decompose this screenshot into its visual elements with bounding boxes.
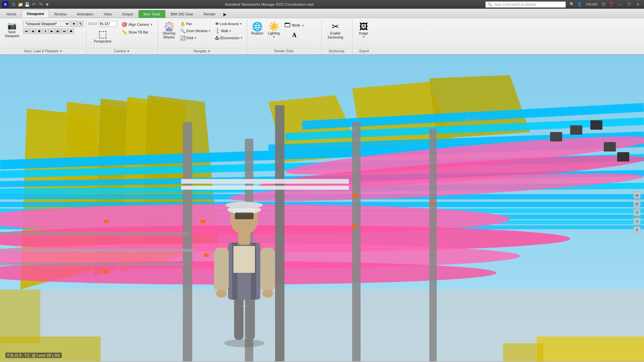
pb-prev[interactable]: ◀ xyxy=(30,28,36,34)
lighting-btn[interactable]: ☀️ Lighting ▼ xyxy=(266,21,282,40)
view-zoom-out-btn[interactable]: ⊖ xyxy=(633,200,641,207)
svg-rect-55 xyxy=(260,248,275,291)
close-btn[interactable]: ✕ xyxy=(633,1,642,8)
tab-view[interactable]: View xyxy=(99,10,117,18)
3dconnexion-btn[interactable]: 🕹 3Dconnexion ▼ xyxy=(214,35,244,41)
export-tools: 🖼 Image ▼ xyxy=(355,20,373,48)
view-crosshair-btn[interactable]: ✛ xyxy=(633,226,641,234)
pb-pause[interactable]: ⏸ xyxy=(42,28,48,34)
pb-next[interactable]: ▶| xyxy=(55,28,61,34)
tab-animation[interactable]: Animation xyxy=(72,10,98,18)
image-export-btn[interactable]: 🖼 Image ▼ xyxy=(355,21,373,40)
lighting-label: Lighting xyxy=(268,32,280,36)
camera-stacked: 🎯 Align Camera ▼ 📏 Show Tilt Bar xyxy=(119,21,155,36)
section-sectioning: ✂ EnableSectioning Sectioning xyxy=(322,19,353,54)
help-btn[interactable]: ❓ xyxy=(608,1,614,8)
tab-output[interactable]: Output xyxy=(117,10,138,18)
user-icon[interactable]: 👤 xyxy=(576,1,583,8)
show-tilt-bar-btn[interactable]: 📏 Show Tilt Bar xyxy=(119,28,155,36)
fov-input[interactable] xyxy=(98,21,117,27)
svg-point-56 xyxy=(216,290,227,298)
window-controls: — ❐ ✕ xyxy=(616,1,642,8)
realism-btn[interactable]: 🌐 Realism xyxy=(249,21,265,37)
section-label-camera: Camera ▼ xyxy=(89,48,155,54)
tab-review[interactable]: Review xyxy=(49,10,71,18)
qa-undo[interactable]: ↶ xyxy=(31,1,37,7)
section-render-style: 🌐 Realism ☀️ Lighting ▼ 🗔 Mode ▼ A Rende… xyxy=(248,19,322,54)
save-viewpoint-btn[interactable]: 📷 SaveViewpoint xyxy=(3,21,21,40)
walk-label: Walk xyxy=(221,29,228,33)
nav-col-right: 👁 Look Around ▼ 🚶 Walk ▼ 🕹 3Dconnexion ▼ xyxy=(214,21,244,41)
svg-rect-38 xyxy=(104,270,109,274)
navigate-tools: 🎡 SteeringWheels ✋ Pan 🔍 Zoom Window ▼ � xyxy=(160,20,244,48)
svg-rect-54 xyxy=(214,248,229,291)
app-icon: N xyxy=(2,1,9,8)
tab-render[interactable]: Render xyxy=(199,10,221,18)
steering-wheels-btn[interactable]: 🎡 SteeringWheels xyxy=(160,21,178,41)
zoom-window-btn[interactable]: 🔍 Zoom Window ▼ xyxy=(179,28,212,34)
section-export: 🖼 Image ▼ Export xyxy=(353,19,377,54)
look-around-icon: 👁 xyxy=(215,21,219,26)
align-camera-arrow: ▼ xyxy=(150,23,153,26)
svg-rect-36 xyxy=(201,220,205,223)
camera-tools: F.O.V ⬚ Perspective 🎯 Align Camera ▼ 📏 S… xyxy=(89,20,155,48)
tab-bim360[interactable]: BIM 360 Glue xyxy=(166,10,198,18)
3dconnexion-icon: 🕹 xyxy=(215,36,219,41)
svg-rect-30 xyxy=(183,122,192,362)
view-fit-btn[interactable]: ⊕ xyxy=(633,191,641,199)
look-around-btn[interactable]: 👁 Look Around ▼ xyxy=(214,21,244,27)
align-camera-btn[interactable]: 🎯 Align Camera ▼ xyxy=(119,21,155,28)
cart-icon[interactable]: 🛒 xyxy=(600,1,607,8)
view-center-btn[interactable]: ⊙ xyxy=(633,218,641,225)
orbit-btn[interactable]: 🔄 Orbit ▼ xyxy=(179,35,212,41)
tab-home[interactable]: Home xyxy=(1,10,21,18)
qa-open[interactable]: 📁 xyxy=(17,1,23,7)
pb-record[interactable]: ⏺ xyxy=(68,28,74,34)
restore-btn[interactable]: ❐ xyxy=(625,1,633,8)
svg-rect-66 xyxy=(590,120,602,130)
viewpoint-menu-btn[interactable]: ▼ xyxy=(71,21,77,27)
qa-dropdown[interactable]: ▼ xyxy=(44,1,50,7)
zoom-window-icon: 🔍 xyxy=(180,28,185,34)
view-rotate-btn[interactable]: ↺ xyxy=(633,209,641,216)
svg-point-57 xyxy=(262,290,273,298)
qa-redo[interactable]: ↷ xyxy=(38,1,44,7)
tab-viewpoint[interactable]: Viewpoint xyxy=(21,10,49,18)
pb-stop[interactable]: ⏹ xyxy=(36,28,42,34)
search-box[interactable]: 🔍 Type a keyword or phrase xyxy=(485,1,566,8)
pb-first[interactable]: ⏮ xyxy=(23,28,29,34)
tab-extra[interactable]: ▶ xyxy=(221,10,229,18)
text-style-btn[interactable]: A xyxy=(290,31,299,40)
save-viewpoint-label: SaveViewpoint xyxy=(5,30,19,38)
coord-label: F.9(-2)-9 : T.C. @ Level 1B (-30) xyxy=(5,353,62,358)
playback-controls: ⏮ ◀ ⏹ ⏸ ▶ ▶| ⏭ ⏺ xyxy=(23,28,84,34)
user-id: 345465 xyxy=(585,2,598,6)
save-viewpoint-icon: 📷 xyxy=(7,22,16,29)
qa-save[interactable]: 💾 xyxy=(24,1,30,7)
ribbon-tabs: Home Viewpoint Review Animation View Out… xyxy=(0,9,644,18)
mode-btn[interactable]: 🗔 Mode ▼ xyxy=(282,21,306,30)
viewpoint-edit-btn[interactable]: ✎ xyxy=(77,21,84,27)
walk-icon: 🚶 xyxy=(215,28,220,34)
viewpoint-select[interactable]: *Unsaved Viewpoint* xyxy=(23,21,70,27)
section-label-sectioning: Sectioning xyxy=(324,48,350,54)
text-style-icon: A xyxy=(292,32,297,38)
perspective-btn[interactable]: ⬚ Perspective xyxy=(91,28,114,45)
pan-btn[interactable]: ✋ Pan xyxy=(179,21,212,27)
walk-arrow: ▼ xyxy=(229,29,231,33)
qa-new[interactable]: 🗋 xyxy=(11,1,17,7)
svg-rect-44 xyxy=(0,232,188,235)
perspective-icon: ⬚ xyxy=(98,29,107,39)
pb-play[interactable]: ▶ xyxy=(49,28,55,34)
viewport[interactable]: BOND F.9(-2)-9 : T.C. @ Level 1B (-30) ⊕… xyxy=(0,55,644,362)
minimize-btn[interactable]: — xyxy=(616,1,625,8)
tab-item-tools[interactable]: Item Tools xyxy=(139,10,165,18)
mode-label: Mode xyxy=(292,23,300,27)
pb-last[interactable]: ⏭ xyxy=(61,28,67,34)
enable-sectioning-btn[interactable]: ✂ EnableSectioning xyxy=(324,21,347,41)
enable-sectioning-icon: ✂ xyxy=(332,22,339,31)
help-search-btn[interactable]: 🔍 xyxy=(569,1,575,8)
walk-btn[interactable]: 🚶 Walk ▼ xyxy=(214,28,244,34)
title-bar: N 🗋 📁 💾 ↶ ↷ ▼ Autodesk Navisworks Manage… xyxy=(0,0,644,9)
svg-point-62 xyxy=(225,202,263,208)
